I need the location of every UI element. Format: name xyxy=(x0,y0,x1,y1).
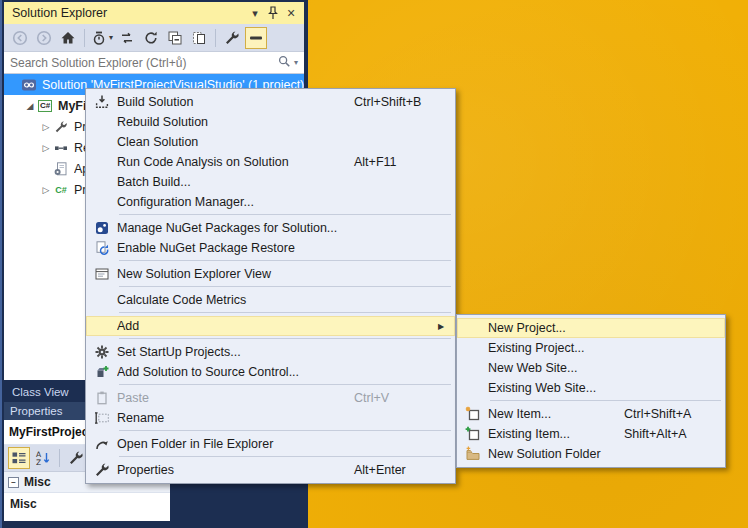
gear-icon xyxy=(87,344,117,360)
menu-separator xyxy=(119,430,451,431)
refresh-button[interactable] xyxy=(140,27,162,49)
menu-item-label: Rebuild Solution xyxy=(117,115,354,129)
menu-separator xyxy=(490,400,721,401)
menu-item-existing-item[interactable]: Existing Item...Shift+Alt+A xyxy=(457,424,725,444)
menu-item-label: New Web Site... xyxy=(488,361,624,375)
collapse-all-button[interactable] xyxy=(164,27,186,49)
collapsed-expander-icon[interactable]: ▷ xyxy=(40,122,52,132)
categorized-button[interactable] xyxy=(8,447,30,469)
menu-item-set-startup-projects[interactable]: Set StartUp Projects... xyxy=(86,342,455,362)
menu-item-shortcut: Alt+Enter xyxy=(354,463,438,477)
sync-active-document-icon xyxy=(119,30,135,46)
menu-item-label: Enable NuGet Package Restore xyxy=(117,241,354,255)
expanded-expander-icon[interactable]: ◢ xyxy=(24,101,36,111)
menu-item-shortcut: Alt+F11 xyxy=(354,155,438,169)
menu-item-label: Batch Build... xyxy=(117,175,354,189)
menu-item-manage-nuget-packages-for-solution[interactable]: Manage NuGet Packages for Solution... xyxy=(86,218,455,238)
csharp-file-icon: C# xyxy=(52,182,70,198)
menu-item-label: Existing Project... xyxy=(488,341,624,355)
nuget-restore-icon xyxy=(87,240,117,256)
solution-icon xyxy=(20,77,38,93)
solution-context-menu: Build SolutionCtrl+Shift+BRebuild Soluti… xyxy=(85,88,456,484)
menu-item-rename[interactable]: Rename xyxy=(86,408,455,428)
menu-item-run-code-analysis-on-solution[interactable]: Run Code Analysis on SolutionAlt+F11 xyxy=(86,152,455,172)
menu-item-label: New Project... xyxy=(488,321,624,335)
menu-item-shortcut: Shift+Alt+A xyxy=(624,427,708,441)
properties-title: Properties xyxy=(10,405,62,417)
switch-views-icon xyxy=(91,30,107,46)
chevron-down-icon: ▾ xyxy=(109,33,113,42)
csharp-project-icon: C# xyxy=(36,98,54,114)
property-pages-wrench-button[interactable] xyxy=(65,447,87,469)
menu-item-label: Add xyxy=(117,319,354,333)
forward-button[interactable] xyxy=(33,27,55,49)
solution-explorer-titlebar[interactable]: Solution Explorer ▾ × xyxy=(4,2,304,24)
properties-wrench-button[interactable] xyxy=(221,27,243,49)
menu-item-open-folder-in-file-explorer[interactable]: Open Folder in File Explorer xyxy=(86,434,455,454)
menu-item-configuration-manager[interactable]: Configuration Manager... xyxy=(86,192,455,212)
switch-views-button[interactable]: ▾ xyxy=(90,27,114,49)
close-icon[interactable]: × xyxy=(282,5,300,21)
menu-item-batch-build[interactable]: Batch Build... xyxy=(86,172,455,192)
menu-item-build-solution[interactable]: Build SolutionCtrl+Shift+B xyxy=(86,92,455,112)
menu-item-properties[interactable]: PropertiesAlt+Enter xyxy=(86,460,455,480)
preview-selected-items-button[interactable] xyxy=(245,27,267,49)
menu-item-label: Add Solution to Source Control... xyxy=(117,365,354,379)
menu-item-label: Set StartUp Projects... xyxy=(117,345,354,359)
new-folder-icon xyxy=(458,446,488,462)
sort-alphabetical-button[interactable]: AZ xyxy=(32,447,54,469)
tab-class-view[interactable]: Class View xyxy=(12,386,69,398)
menu-item-calculate-code-metrics[interactable]: Calculate Code Metrics xyxy=(86,290,455,310)
menu-item-existing-project[interactable]: Existing Project... xyxy=(457,338,725,358)
menu-item-label: Configuration Manager... xyxy=(117,195,354,209)
menu-item-new-project[interactable]: New Project... xyxy=(457,318,725,338)
wrench-icon xyxy=(87,462,117,478)
collapsed-expander-icon[interactable]: ▷ xyxy=(40,143,52,153)
menu-separator xyxy=(119,338,451,339)
add-submenu: New Project...Existing Project...New Web… xyxy=(456,314,726,468)
menu-item-add[interactable]: Add▶ xyxy=(86,316,455,336)
refresh-icon xyxy=(143,30,159,46)
collapse-category-icon[interactable]: − xyxy=(8,477,19,488)
search-icon[interactable] xyxy=(277,54,291,72)
category-label: Misc xyxy=(24,475,51,489)
show-all-files-icon xyxy=(191,30,207,46)
menu-item-new-web-site[interactable]: New Web Site... xyxy=(457,358,725,378)
menu-separator xyxy=(119,214,451,215)
menu-item-label: Rename xyxy=(117,411,354,425)
menu-item-enable-nuget-package-restore[interactable]: Enable NuGet Package Restore xyxy=(86,238,455,258)
open-folder-icon xyxy=(87,436,117,452)
menu-item-new-solution-explorer-view[interactable]: New Solution Explorer View xyxy=(86,264,455,284)
back-button[interactable] xyxy=(9,27,31,49)
collapsed-expander-icon[interactable]: ▷ xyxy=(40,185,52,195)
menu-item-shortcut: Ctrl+Shift+B xyxy=(354,95,438,109)
new-view-icon xyxy=(87,266,117,282)
menu-item-rebuild-solution[interactable]: Rebuild Solution xyxy=(86,112,455,132)
home-button[interactable] xyxy=(57,27,79,49)
svg-text:Z: Z xyxy=(36,458,41,466)
menu-item-clean-solution[interactable]: Clean Solution xyxy=(86,132,455,152)
menu-item-new-item[interactable]: New Item...Ctrl+Shift+A xyxy=(457,404,725,424)
solution-explorer-title: Solution Explorer xyxy=(12,6,246,20)
submenu-arrow-icon: ▶ xyxy=(438,322,454,331)
toolbar-separator xyxy=(84,29,85,47)
menu-item-paste[interactable]: PasteCtrl+V xyxy=(86,388,455,408)
search-options-chevron-icon[interactable]: ▾ xyxy=(294,58,298,67)
pin-icon[interactable] xyxy=(264,5,282,21)
sync-active-document-button[interactable] xyxy=(116,27,138,49)
menu-item-label: Existing Item... xyxy=(488,427,624,441)
build-icon xyxy=(87,94,117,110)
property-row[interactable]: Misc xyxy=(4,493,170,515)
menu-item-label: Manage NuGet Packages for Solution... xyxy=(117,221,354,235)
back-icon xyxy=(12,30,28,46)
menu-item-existing-web-site[interactable]: Existing Web Site... xyxy=(457,378,725,398)
show-all-files-button[interactable] xyxy=(188,27,210,49)
menu-item-label: Paste xyxy=(117,391,354,405)
search-input[interactable] xyxy=(10,56,277,70)
window-position-icon[interactable]: ▾ xyxy=(246,5,264,21)
menu-item-add-solution-to-source-control[interactable]: Add Solution to Source Control... xyxy=(86,362,455,382)
wrench-small-icon xyxy=(52,119,70,135)
menu-item-new-solution-folder[interactable]: New Solution Folder xyxy=(457,444,725,464)
desktop-background: Solution Explorer ▾ × ▾ ▾ Solution 'MyFi… xyxy=(0,0,748,528)
collapse-all-icon xyxy=(167,30,183,46)
